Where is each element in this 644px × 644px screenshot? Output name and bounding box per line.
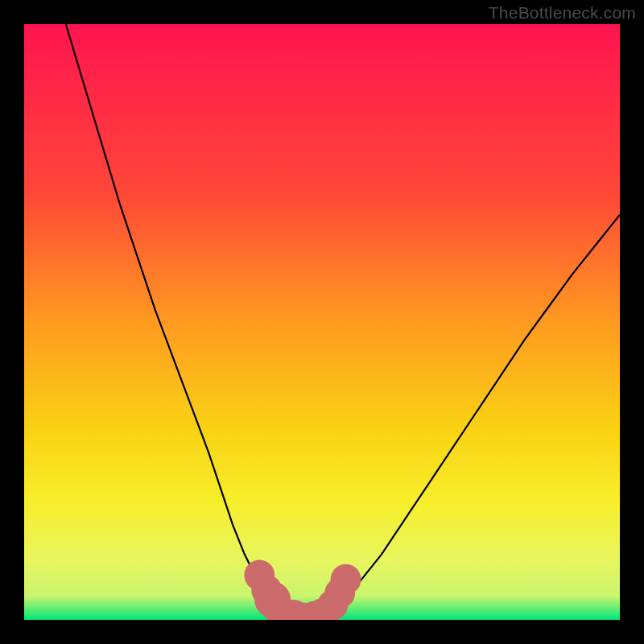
data-marker [331, 564, 361, 595]
plot-area [24, 24, 620, 620]
bottleneck-chart [24, 24, 620, 620]
chart-frame: TheBottleneck.com [0, 0, 644, 644]
gradient-background [24, 24, 620, 620]
watermark-text: TheBottleneck.com [489, 3, 636, 23]
